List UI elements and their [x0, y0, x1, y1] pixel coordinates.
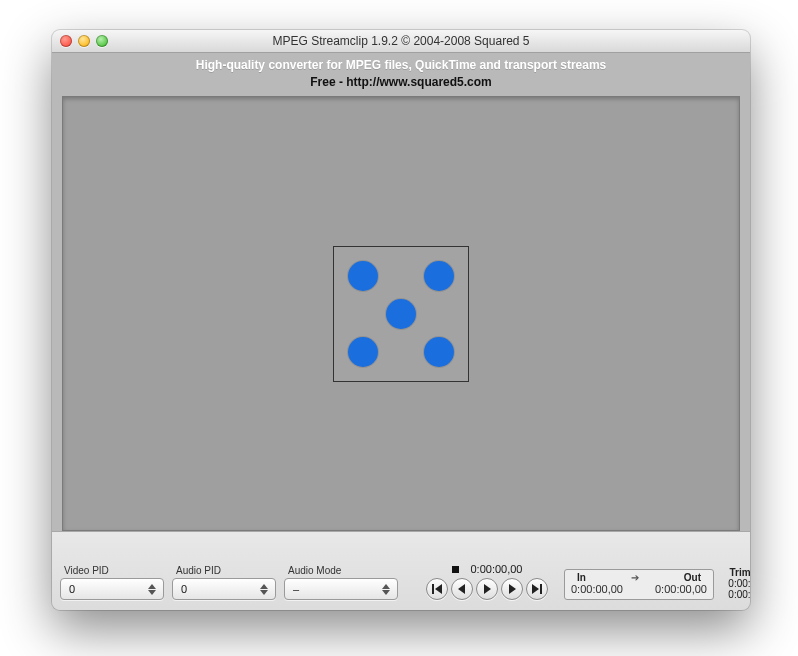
stop-indicator-icon: [452, 566, 459, 573]
bottom-toolbar: Video PID 0 Audio PID 0: [52, 531, 750, 610]
audio-mode-label: Audio Mode: [284, 565, 341, 576]
svg-marker-11: [532, 584, 539, 594]
svg-marker-9: [484, 584, 491, 594]
banner-subtitle: High-quality converter for MPEG files, Q…: [52, 57, 750, 73]
trimming-label: Trimming: [722, 567, 750, 578]
svg-marker-7: [435, 584, 442, 594]
video-pid-label: Video PID: [60, 565, 109, 576]
svg-marker-8: [458, 584, 465, 594]
svg-marker-1: [148, 590, 156, 595]
svg-marker-3: [260, 590, 268, 595]
dot-icon: [348, 261, 378, 291]
app-window: MPEG Streamclip 1.9.2 © 2004-2008 Square…: [52, 30, 750, 610]
dot-icon: [424, 261, 454, 291]
stepper-arrows-icon: [256, 579, 272, 599]
trimming-box: Trimming 0:00:00,00 0:00:00,00: [722, 567, 750, 600]
current-timecode: 0:00:00,00: [471, 563, 523, 575]
titlebar: MPEG Streamclip 1.9.2 © 2004-2008 Square…: [52, 30, 750, 53]
video-pid-value: 0: [69, 583, 75, 595]
svg-rect-6: [432, 584, 434, 594]
video-pid-select[interactable]: 0: [60, 578, 164, 600]
out-point-value[interactable]: 0:00:00,00: [655, 583, 707, 595]
zoom-window-button[interactable]: [96, 35, 108, 47]
audio-pid-select[interactable]: 0: [172, 578, 276, 600]
minimize-window-button[interactable]: [78, 35, 90, 47]
in-label: In: [577, 572, 586, 583]
svg-marker-0: [148, 584, 156, 589]
audio-mode-value: –: [293, 583, 299, 595]
dot-icon: [348, 337, 378, 367]
svg-marker-5: [382, 590, 390, 595]
go-end-button[interactable]: [526, 578, 548, 600]
banner-url: Free - http://www.squared5.com: [52, 74, 750, 90]
in-to-out-arrow-icon: ➔: [631, 572, 639, 583]
in-out-box: In ➔ Out 0:00:00,00 0:00:00,00: [564, 569, 714, 600]
banner: High-quality converter for MPEG files, Q…: [52, 53, 750, 90]
close-window-button[interactable]: [60, 35, 72, 47]
go-start-button[interactable]: [426, 578, 448, 600]
transport-controls: 0:00:00,00: [426, 563, 548, 600]
stepper-arrows-icon: [378, 579, 394, 599]
svg-rect-12: [540, 584, 542, 594]
dot-icon: [386, 299, 416, 329]
in-point-value[interactable]: 0:00:00,00: [571, 583, 623, 595]
svg-marker-10: [509, 584, 516, 594]
step-back-button[interactable]: [451, 578, 473, 600]
trimming-value-1: 0:00:00,00: [722, 578, 750, 589]
dot-icon: [424, 337, 454, 367]
video-preview[interactable]: [62, 96, 740, 531]
step-forward-button[interactable]: [501, 578, 523, 600]
trimming-value-2: 0:00:00,00: [722, 589, 750, 600]
svg-marker-4: [382, 584, 390, 589]
play-button[interactable]: [476, 578, 498, 600]
audio-mode-select[interactable]: –: [284, 578, 398, 600]
window-title: MPEG Streamclip 1.9.2 © 2004-2008 Square…: [52, 34, 750, 48]
svg-marker-2: [260, 584, 268, 589]
stepper-arrows-icon: [144, 579, 160, 599]
audio-pid-label: Audio PID: [172, 565, 221, 576]
out-label: Out: [684, 572, 701, 583]
placeholder-logo: [333, 246, 469, 382]
audio-pid-value: 0: [181, 583, 187, 595]
